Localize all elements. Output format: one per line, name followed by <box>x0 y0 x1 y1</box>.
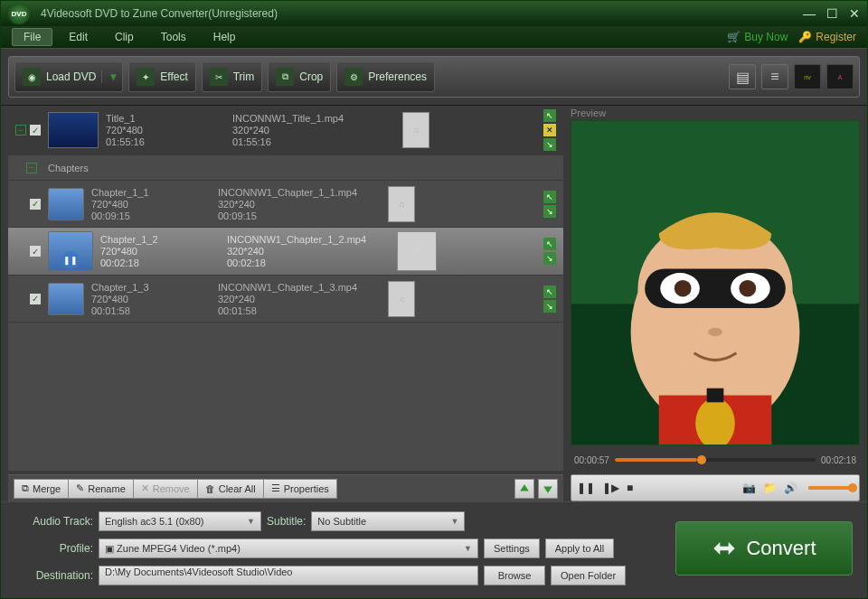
amd-badge: A <box>826 64 854 89</box>
crop-button[interactable]: ⧉ Crop <box>268 61 331 92</box>
pause-button[interactable]: ❚❚ <box>577 482 595 494</box>
view-list-button[interactable]: ≡ <box>761 64 788 89</box>
profile-thumb[interactable]: ♫ <box>397 231 437 271</box>
chapter-checkbox[interactable]: ✓ <box>30 246 41 257</box>
row-up-icon[interactable]: ↖ <box>543 109 556 122</box>
stop-button[interactable]: ■ <box>627 482 633 494</box>
row-down-icon[interactable]: ↘ <box>543 138 556 151</box>
title-checkbox[interactable]: ✓ <box>30 125 41 136</box>
list-item[interactable]: ✓ Chapter_1_1 720*480 00:09:15 INCONNW1_… <box>8 181 563 228</box>
convert-button[interactable]: Convert <box>675 521 853 576</box>
list-item[interactable]: ✓ ❚❚ Chapter_1_2 720*480 00:02:18 INCONN… <box>8 228 563 276</box>
destination-label: Destination: <box>15 569 93 582</box>
progress-slider[interactable] <box>615 458 816 462</box>
svg-point-7 <box>675 280 692 297</box>
svg-point-9 <box>708 328 722 336</box>
title-row[interactable]: − ✓ Title_1 720*480 01:55:16 INCONNW1_Ti… <box>8 106 563 155</box>
audio-track-label: Audio Track: <box>15 515 93 528</box>
destination-input[interactable]: D:\My Documents\4Videosoft Studio\Video <box>99 566 478 585</box>
profile-select[interactable]: ▣ Zune MPEG4 Video (*.mp4)▼ <box>99 538 478 558</box>
effect-icon: ✦ <box>137 68 155 86</box>
trim-button[interactable]: ✂ Trim <box>202 61 263 92</box>
current-time: 00:00:57 <box>574 455 609 465</box>
title-thumbnail <box>48 112 99 148</box>
profile-thumb[interactable]: ♫ <box>388 186 415 222</box>
menu-edit[interactable]: Edit <box>58 29 99 45</box>
list-item[interactable]: ✓ Chapter_1_3 720*480 00:01:58 INCONNW1_… <box>8 276 563 323</box>
chevron-down-icon: ▼ <box>464 544 472 553</box>
row-down-icon[interactable]: ↘ <box>543 300 556 313</box>
row-up-icon[interactable]: ↖ <box>543 238 556 250</box>
volume-icon[interactable]: 🔊 <box>784 482 797 494</box>
properties-button[interactable]: ☰Properties <box>264 479 337 499</box>
volume-slider[interactable] <box>808 486 854 490</box>
effect-button[interactable]: ✦ Effect <box>128 61 195 92</box>
title-duration: 01:55:16 <box>106 136 232 147</box>
zune-icon: ▣ <box>105 543 114 554</box>
snapshot-button[interactable]: 📷 <box>742 482 756 494</box>
titlebar: DVD 4Videosoft DVD to Zune Converter(Unr… <box>1 1 867 26</box>
row-remove-icon[interactable]: ✕ <box>543 124 556 136</box>
chevron-down-icon[interactable]: ▼ <box>101 70 118 83</box>
subtitle-label: Subtitle: <box>267 515 306 528</box>
collapse-icon[interactable]: − <box>15 125 26 136</box>
toolbar: ◉ Load DVD ▼ ✦ Effect ✂ Trim ⧉ Crop ⚙ Pr… <box>8 56 860 98</box>
chapter-icon <box>48 188 84 220</box>
window-title: 4Videosoft DVD to Zune Converter(Unregis… <box>41 7 278 20</box>
settings-button[interactable]: Settings <box>484 538 540 558</box>
merge-button[interactable]: ⧉Merge <box>14 479 69 499</box>
remove-button[interactable]: ✕Remove <box>134 479 198 499</box>
move-down-button[interactable] <box>538 479 558 499</box>
close-button[interactable]: ✕ <box>849 6 860 21</box>
row-down-icon[interactable]: ↘ <box>543 205 556 218</box>
row-up-icon[interactable]: ↖ <box>543 191 556 203</box>
menu-tools[interactable]: Tools <box>150 29 197 45</box>
scissors-icon: ✂ <box>210 68 228 86</box>
browse-button[interactable]: Browse <box>484 566 545 585</box>
move-up-button[interactable] <box>514 479 534 499</box>
chapter-checkbox[interactable]: ✓ <box>30 294 41 304</box>
svg-rect-12 <box>707 388 724 403</box>
merge-icon: ⧉ <box>22 482 29 494</box>
profile-thumb[interactable]: ♫ <box>388 281 415 317</box>
chevron-down-icon: ▼ <box>450 517 458 526</box>
row-down-icon[interactable]: ↘ <box>543 252 556 265</box>
buy-now-link[interactable]: 🛒Buy Now <box>727 31 788 43</box>
crop-icon: ⧉ <box>276 68 294 86</box>
minimize-button[interactable]: — <box>803 6 816 21</box>
menu-file[interactable]: File <box>12 28 52 46</box>
menubar: File Edit Clip Tools Help 🛒Buy Now 🔑Regi… <box>1 26 867 48</box>
cart-icon: 🛒 <box>727 31 741 43</box>
player-controls: ❚❚ ❚▶ ■ 📷 📁 🔊 <box>571 474 860 501</box>
collapse-icon[interactable]: − <box>26 163 37 173</box>
profile-label: Profile: <box>15 542 93 555</box>
view-thumbs-button[interactable]: ▤ <box>729 64 756 89</box>
chapter-checkbox[interactable]: ✓ <box>30 199 41 210</box>
profile-thumb[interactable]: ♫ <box>402 112 429 148</box>
menu-help[interactable]: Help <box>203 29 247 45</box>
chapter-icon: ❚❚ <box>48 231 93 271</box>
preview-label: Preview <box>571 106 860 120</box>
chapters-header[interactable]: − Chapters <box>8 155 563 181</box>
preferences-button[interactable]: ⚙ Preferences <box>336 61 435 92</box>
folder-button[interactable]: 📁 <box>763 482 777 494</box>
step-button[interactable]: ❚▶ <box>602 482 619 494</box>
rename-button[interactable]: ✎Rename <box>69 479 134 499</box>
audio-track-select[interactable]: English ac3 5.1 (0x80)▼ <box>99 511 261 531</box>
title-out-dur: 01:55:16 <box>232 136 395 147</box>
open-folder-button[interactable]: Open Folder <box>551 566 626 585</box>
register-link[interactable]: 🔑Register <box>798 31 856 43</box>
nvidia-badge: nv <box>794 64 821 89</box>
row-up-icon[interactable]: ↖ <box>543 285 556 298</box>
convert-icon <box>712 536 737 561</box>
menu-clip[interactable]: Clip <box>104 29 145 45</box>
app-logo: DVD <box>8 3 30 24</box>
subtitle-select[interactable]: No Subtitle▼ <box>311 511 465 531</box>
file-list: − ✓ Title_1 720*480 01:55:16 INCONNW1_Ti… <box>8 106 563 471</box>
clear-all-button[interactable]: 🗑Clear All <box>198 479 264 499</box>
pause-icon: ❚❚ <box>61 251 80 269</box>
gear-icon: ⚙ <box>344 68 363 86</box>
apply-all-button[interactable]: Apply to All <box>545 538 614 558</box>
maximize-button[interactable]: ☐ <box>826 6 838 21</box>
load-dvd-button[interactable]: ◉ Load DVD ▼ <box>14 61 123 92</box>
